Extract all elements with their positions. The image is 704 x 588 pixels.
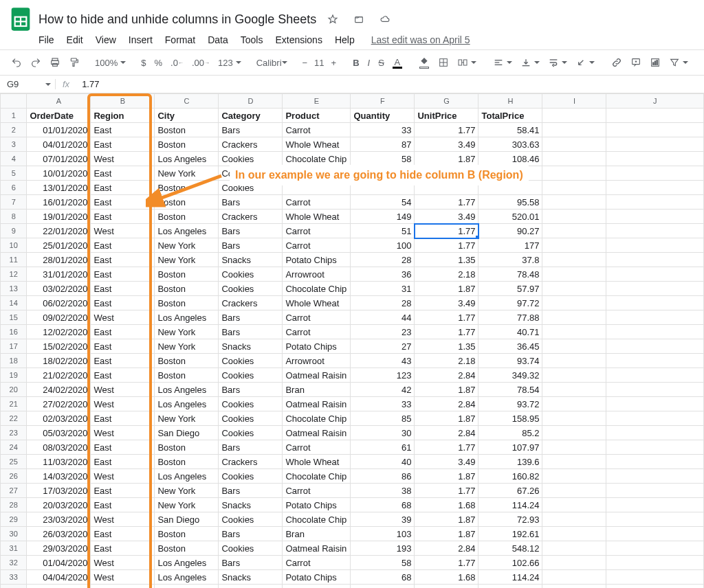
row-header-18[interactable]: 18 [1, 354, 27, 368]
cell[interactable]: 91 [351, 585, 415, 589]
cell[interactable] [542, 426, 606, 440]
row-header-6[interactable]: 6 [1, 181, 27, 195]
borders-icon[interactable] [434, 54, 453, 71]
cell[interactable] [606, 123, 704, 137]
cell[interactable]: 27/02/2020 [27, 397, 91, 411]
cell[interactable] [542, 469, 606, 484]
print-icon[interactable] [45, 54, 65, 71]
cell[interactable] [542, 512, 606, 527]
cell[interactable] [542, 152, 606, 166]
cell[interactable]: 30 [351, 426, 415, 440]
cell[interactable]: 78.54 [478, 383, 542, 397]
cell[interactable]: 114.24 [478, 498, 542, 512]
row-header-29[interactable]: 29 [1, 512, 27, 527]
cell[interactable]: Carrot [283, 123, 351, 137]
row-header-25[interactable]: 25 [1, 455, 27, 469]
cell[interactable]: East [91, 585, 155, 589]
cell[interactable] [542, 585, 606, 589]
redo-icon[interactable] [26, 54, 45, 71]
cell[interactable] [606, 383, 704, 397]
cell[interactable]: 2.18 [415, 267, 478, 282]
cell[interactable] [606, 296, 704, 310]
cell[interactable]: 33 [351, 123, 415, 137]
cell[interactable]: Los Angeles [155, 383, 219, 397]
insert-chart-icon[interactable] [646, 54, 665, 71]
cell[interactable] [542, 354, 606, 368]
cell[interactable]: Los Angeles [155, 224, 219, 238]
cell[interactable]: Oatmeal Raisin [283, 397, 351, 411]
bold-icon[interactable]: B [349, 55, 363, 71]
row-header-21[interactable]: 21 [1, 397, 27, 411]
cell[interactable]: West [91, 397, 155, 411]
zoom-dropdown[interactable]: 100% [92, 58, 129, 68]
cell[interactable]: Carrot [283, 238, 351, 253]
cell[interactable]: Bars [219, 556, 283, 570]
row-header-3[interactable]: 3 [1, 137, 27, 152]
cell[interactable]: West [91, 383, 155, 397]
column-header-I[interactable]: I [542, 94, 606, 109]
cell[interactable]: Carrot [283, 484, 351, 498]
cell[interactable]: 2.18 [415, 354, 478, 368]
cell[interactable] [542, 411, 606, 426]
decrease-decimal-icon[interactable]: .0← [166, 55, 188, 71]
cell[interactable]: 1.77 [415, 440, 478, 455]
cell[interactable]: Los Angeles [155, 556, 219, 570]
cell[interactable]: 1.87 [415, 383, 478, 397]
cell[interactable]: 01/04/2020 [27, 556, 91, 570]
cell[interactable]: 09/02/2020 [27, 310, 91, 325]
cell[interactable]: Los Angeles [155, 570, 219, 585]
cell[interactable]: Chocolate Chip [283, 469, 351, 484]
cell[interactable]: New York [155, 238, 219, 253]
merge-cells-icon[interactable] [453, 54, 481, 71]
cell[interactable] [606, 166, 704, 181]
cell[interactable] [542, 296, 606, 310]
cell[interactable]: 07/04/2020 [27, 585, 91, 589]
cell[interactable] [606, 339, 704, 354]
cell[interactable] [542, 238, 606, 253]
fill-color-icon[interactable] [415, 54, 434, 71]
cell[interactable]: 1.77 [415, 123, 478, 137]
cell[interactable]: 22/01/2020 [27, 224, 91, 238]
cell[interactable]: 3.49 [415, 455, 478, 469]
cell[interactable]: East [91, 181, 155, 195]
cell[interactable]: East [91, 411, 155, 426]
cell[interactable] [542, 397, 606, 411]
cell[interactable]: 31 [351, 282, 415, 296]
cell[interactable]: Boston [155, 282, 219, 296]
cell[interactable]: Carrot [283, 325, 351, 339]
cell[interactable]: City [155, 109, 219, 123]
cell[interactable]: 520.01 [478, 210, 542, 224]
name-box[interactable]: G9 [0, 79, 55, 89]
cell[interactable] [606, 556, 704, 570]
cell[interactable]: 40 [351, 455, 415, 469]
cell[interactable]: East [91, 339, 155, 354]
cell[interactable]: Boston [155, 541, 219, 556]
cell[interactable]: Boston [155, 267, 219, 282]
cell[interactable]: New York [155, 339, 219, 354]
cell[interactable]: Snacks [219, 570, 283, 585]
cell[interactable]: Cookies [219, 512, 283, 527]
cell[interactable] [606, 440, 704, 455]
column-header-C[interactable]: C [155, 94, 219, 109]
menu-data[interactable]: Data [208, 34, 228, 45]
cell[interactable]: 85.2 [478, 426, 542, 440]
cell[interactable]: 160.82 [478, 469, 542, 484]
formula-input[interactable]: 1.77 [76, 79, 99, 89]
cell[interactable]: Cookies [219, 397, 283, 411]
row-header-31[interactable]: 31 [1, 541, 27, 556]
row-header-12[interactable]: 12 [1, 267, 27, 282]
row-header-8[interactable]: 8 [1, 210, 27, 224]
cell[interactable]: 77.88 [478, 310, 542, 325]
row-header-33[interactable]: 33 [1, 570, 27, 585]
cell[interactable]: 29/03/2020 [27, 541, 91, 556]
increase-font-icon[interactable]: + [327, 55, 341, 71]
cell[interactable] [542, 195, 606, 210]
cell[interactable]: West [91, 152, 155, 166]
cell[interactable]: Bars [219, 238, 283, 253]
cell[interactable]: Boston [155, 527, 219, 541]
row-header-23[interactable]: 23 [1, 426, 27, 440]
cell[interactable]: East [91, 166, 155, 181]
cell[interactable] [606, 426, 704, 440]
cell[interactable]: West [91, 556, 155, 570]
spreadsheet-grid[interactable]: ABCDEFGHIJ1OrderDateRegionCityCategoryPr… [0, 93, 704, 588]
